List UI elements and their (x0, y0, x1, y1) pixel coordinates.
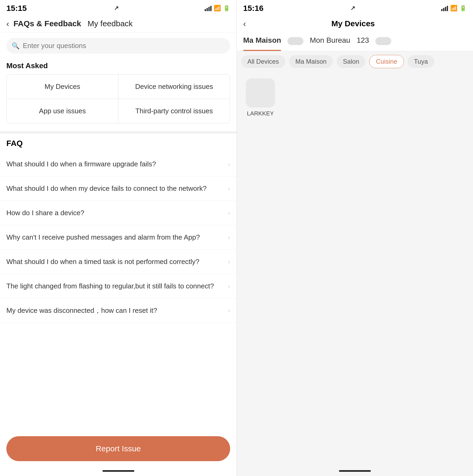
right-location-icon: ↗ (350, 5, 355, 12)
left-header: ‹ FAQs & Feedback My feedback (0, 15, 236, 33)
right-home-indicator (339, 470, 371, 472)
chevron-right-icon: › (228, 185, 230, 192)
faq-item-5[interactable]: What should I do when a timed task is no… (0, 250, 236, 274)
left-status-icons: 📶 🔋 (205, 5, 230, 12)
home-indicator (102, 470, 134, 472)
most-asked-row-2: App use issues Third-party control issue… (7, 99, 230, 123)
faq-title: FAQ (0, 139, 236, 152)
right-header-title: My Devices (250, 19, 456, 28)
filter-salon[interactable]: Salon (337, 55, 366, 68)
faq-list: What should I do when a firmware upgrade… (0, 152, 236, 430)
filter-ma-maison[interactable]: Ma Maison (289, 55, 333, 68)
left-location-icon: ↗ (114, 5, 119, 12)
left-back-button[interactable]: ‹ (6, 19, 9, 28)
report-btn-container: Report Issue (0, 430, 236, 468)
right-status-icons: 📶 🔋 (441, 5, 467, 12)
faq-item-3[interactable]: How do I share a device? › (0, 201, 236, 225)
faq-item-2[interactable]: What should I do when my device fails to… (0, 176, 236, 201)
device-name-larkkey: LARKKEY (247, 110, 274, 117)
room-item-ma-maison[interactable]: Ma Maison (243, 36, 281, 51)
report-issue-button[interactable]: Report Issue (6, 436, 230, 461)
most-asked-row-1: My Devices Device networking issues (7, 75, 230, 99)
left-battery-icon: 🔋 (223, 5, 230, 12)
devices-grid: LARKKEY (237, 72, 473, 468)
right-phone-panel: 15:16 ↗ 📶 🔋 ‹ My Devices Ma Maison (236, 0, 473, 476)
faq-item-6[interactable]: The light changed from flashing to regul… (0, 274, 236, 298)
left-time: 15:15 (6, 4, 27, 13)
room-item-123[interactable]: 123 (357, 36, 369, 51)
most-asked-item-my-devices[interactable]: My Devices (7, 75, 118, 99)
right-wifi-icon: 📶 (450, 5, 457, 12)
chevron-right-icon: › (228, 283, 230, 290)
faq-item-7[interactable]: My device was disconnected，how can I res… (0, 298, 236, 323)
left-phone-panel: 15:15 ↗ 📶 🔋 ‹ FAQs & Feedback My feedbac… (0, 0, 236, 476)
right-signal-icon (441, 5, 448, 11)
right-header: ‹ My Devices (237, 15, 473, 32)
search-icon: 🔍 (12, 42, 20, 50)
search-input[interactable] (23, 42, 225, 50)
filter-cuisine[interactable]: Cuisine (369, 55, 404, 68)
most-asked-item-device-networking[interactable]: Device networking issues (118, 75, 230, 99)
faq-item-1[interactable]: What should I do when a firmware upgrade… (0, 152, 236, 176)
room-label-ma-maison: Ma Maison (243, 36, 281, 47)
right-back-button[interactable]: ‹ (243, 19, 246, 28)
room-label-123: 123 (357, 36, 369, 47)
filter-all-devices[interactable]: All Devices (241, 55, 285, 68)
filter-tabs: All Devices Ma Maison Salon Cuisine Tuya (237, 51, 473, 72)
section-divider (0, 131, 236, 133)
chevron-right-icon: › (228, 258, 230, 266)
right-time: 15:16 (243, 4, 264, 13)
right-battery-icon: 🔋 (459, 5, 467, 12)
room-item-mon-bureau[interactable]: Mon Bureau (310, 36, 350, 51)
left-wifi-icon: 📶 (214, 5, 221, 12)
right-status-bar: 15:16 ↗ 📶 🔋 (237, 0, 473, 15)
chevron-right-icon: › (228, 161, 230, 168)
left-header-tab[interactable]: My feedback (88, 19, 133, 28)
most-asked-title: Most Asked (0, 59, 236, 74)
most-asked-item-third-party[interactable]: Third-party control issues (118, 99, 230, 123)
most-asked-item-app-use[interactable]: App use issues (7, 99, 118, 123)
most-asked-grid: My Devices Device networking issues App … (6, 74, 230, 123)
left-header-title: FAQs & Feedback (14, 19, 81, 28)
filter-tuya[interactable]: Tuya (408, 55, 434, 68)
chevron-right-icon: › (228, 307, 230, 314)
room-underline-pill1 (287, 49, 303, 50)
device-icon-larkkey (246, 78, 275, 107)
chevron-right-icon: › (228, 234, 230, 241)
faq-item-4[interactable]: Why can't I receive pushed messages and … (0, 225, 236, 250)
room-underline-pill2 (375, 49, 391, 50)
chevron-right-icon: › (228, 209, 230, 217)
left-status-bar: 15:15 ↗ 📶 🔋 (0, 0, 236, 15)
search-bar[interactable]: 🔍 (6, 38, 230, 54)
device-card-larkkey[interactable]: LARKKEY (243, 78, 278, 461)
left-signal-icon (205, 5, 212, 11)
room-item-pill1[interactable] (287, 37, 303, 50)
room-item-pill2[interactable] (375, 37, 391, 50)
room-label-mon-bureau: Mon Bureau (310, 36, 350, 47)
rooms-scroll: Ma Maison Mon Bureau 123 (237, 32, 473, 51)
